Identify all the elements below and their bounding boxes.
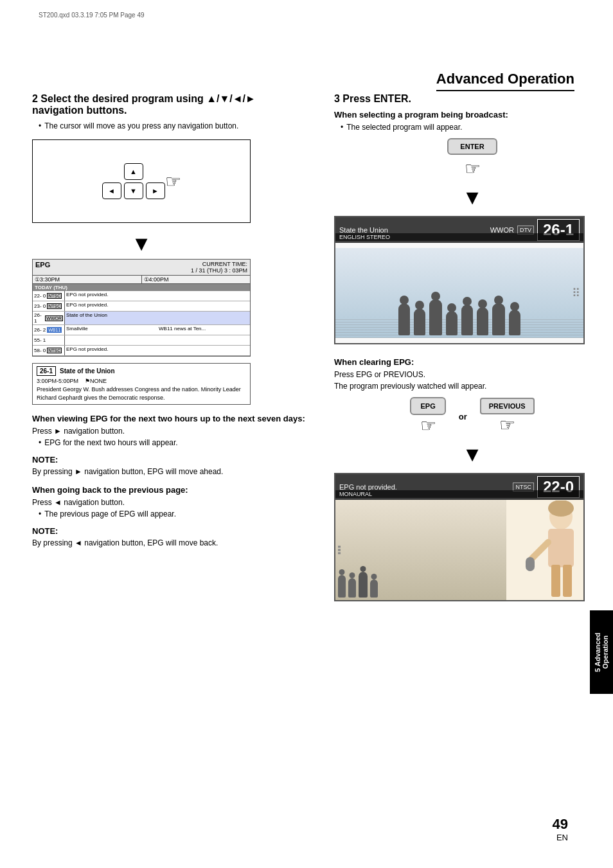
tv-screen-1: State the Union WWOR DTV 26-1 ENGLISH ST… — [334, 216, 585, 344]
epg-button[interactable]: EPG — [410, 397, 445, 415]
detail-time-value: 3:00PM-5:00PM — [37, 378, 78, 384]
epg-btn-group: EPG ☞ — [410, 397, 445, 436]
audience-area: ⠿ — [335, 248, 583, 338]
epg-table: EPG CURRENT TIME: 1 / 31 (THU) 3 : 03PM … — [32, 259, 251, 357]
sub-heading-back: When going back to the previous page: — [32, 485, 308, 495]
svg-rect-2 — [548, 529, 574, 567]
scroll-indicator: ⠿ — [572, 286, 580, 300]
person-3 — [429, 299, 442, 335]
bullet3: The previous page of EPG will appear. — [39, 509, 308, 518]
bullet2: EPG for the next two hours will appear. — [39, 438, 308, 447]
mini-person-1 — [338, 575, 346, 598]
note-heading1: NOTE: — [32, 455, 308, 465]
enter-button[interactable]: ENTER — [447, 138, 497, 155]
table-row: 22- 0NTSC EPG not provided. — [33, 291, 250, 301]
section-tab: 5 Advanced Operation — [590, 610, 613, 694]
mini-person-2 — [348, 578, 356, 598]
svg-rect-6 — [563, 565, 572, 597]
person-7 — [492, 303, 505, 335]
mini-person-3 — [359, 572, 368, 598]
nav-diagram: ▲ ◄ ▼ ► ☞ — [32, 139, 251, 223]
down-arrow-indicator: ▼ — [32, 232, 251, 256]
audience-small — [335, 569, 506, 600]
epg-detail-header: 26-1 State of the Union — [37, 366, 246, 376]
down-arrow-btn[interactable]: ▼ — [124, 182, 143, 199]
epg-prog-261[interactable]: State of the Union — [65, 312, 250, 324]
section3-heading: 3 Press ENTER. — [334, 93, 610, 105]
epg-today-row: TODAY (THU) — [33, 284, 250, 291]
when-clearing-heading: When clearing EPG: — [334, 357, 610, 367]
hand-icon-epg: ☞ — [420, 415, 436, 436]
prev-btn-group: PREVIOUS ☞ — [480, 398, 535, 436]
page-title: Advanced Operation — [436, 71, 574, 91]
mini-person-4 — [370, 580, 378, 598]
lady-area — [335, 500, 583, 600]
press-right-text: Press ► navigation button. — [32, 427, 308, 436]
tab-label: 5 Advanced Operation — [594, 617, 609, 687]
bullet3-text: The previous page of EPG will appear. — [44, 509, 176, 518]
epg-time-row: ①3:30PM ①4:00PM — [33, 276, 250, 284]
hand-icon-enter: ☞ — [465, 158, 481, 179]
left-column: 2 Select the desired program using ▲/▼/◄… — [32, 93, 308, 550]
svg-point-1 — [548, 500, 574, 517]
person-4 — [446, 311, 458, 335]
when-broadcast-heading: When selecting a program being broadcast… — [334, 110, 610, 120]
note-text1: By pressing ► navigation button, EPG wil… — [32, 467, 308, 476]
page-lang: EN — [556, 833, 568, 842]
middle-arrow-row: ◄ ▼ ► — [102, 182, 165, 199]
up-arrow-btn[interactable]: ▲ — [124, 163, 143, 180]
section3-heading-text: 3 Press ENTER. — [334, 93, 411, 104]
section2-bullet1: The cursor will move as you press any na… — [39, 121, 308, 130]
epg-ch-22: 22- 0NTSC — [33, 291, 65, 301]
epg-header: EPG CURRENT TIME: 1 / 31 (THU) 3 : 03PM — [33, 260, 250, 276]
person-6 — [477, 307, 488, 335]
epg-detail-time: 3:00PM-5:00PM ⚑NONE — [37, 378, 246, 384]
current-time: CURRENT TIME: 1 / 31 (THU) 3 : 03PM — [191, 261, 247, 274]
table-row: 26- 1WWOR State of the Union — [33, 312, 250, 325]
note-heading2: NOTE: — [32, 526, 308, 536]
svg-rect-5 — [551, 565, 560, 597]
epg-prev-area: EPG ☞ or PREVIOUS ☞ — [334, 397, 610, 436]
epg-ch-58: 58- 0NTSC — [33, 346, 65, 355]
table-row: 55- 1 — [33, 335, 250, 346]
table-row: 26- 2WB11 Smallville WB11 news at Ten... — [33, 325, 250, 335]
when-clearing-section: When clearing EPG: Press EPG or PREVIOUS… — [334, 357, 610, 391]
person-2 — [414, 308, 425, 335]
lady-figure — [506, 500, 583, 600]
table-row: 58- 0NTSC EPG not provided. — [33, 346, 250, 356]
epg-ch-23: 23- 0NTSC — [33, 301, 65, 311]
broadcast-text: The selected program will appear. — [346, 123, 462, 132]
person-5 — [461, 305, 473, 335]
person-1 — [398, 303, 410, 335]
arrow-cluster: ▲ ◄ ▼ ► — [102, 163, 165, 199]
current-time-label: CURRENT TIME: — [191, 261, 247, 267]
top-arrow-row: ▲ — [124, 163, 143, 180]
epg-detail-box: 26-1 State of the Union 3:00PM-5:00PM ⚑N… — [32, 363, 251, 405]
epg-prog-55 — [65, 335, 250, 345]
epg-prog-22: EPG not provided. — [65, 291, 250, 301]
section2-heading-text: 2 Select the desired program using ▲/▼/◄… — [32, 93, 256, 116]
table-row: 23- 0NTSC EPG not provided. — [33, 301, 250, 312]
current-time-value: 1 / 31 (THU) 3 : 03PM — [191, 267, 247, 274]
lady-bg — [335, 500, 506, 600]
bullet1-text: The cursor will move as you press any na… — [44, 121, 238, 130]
clearing-text1: Press EPG or PREVIOUS. — [334, 370, 610, 379]
time-cell-1: ①3:30PM — [33, 276, 142, 283]
epg-detail-desc: President Georgy W. Bush addresses Congr… — [37, 385, 246, 402]
volume-indicator — [338, 546, 341, 554]
note-text2: By pressing ◄ navigation button, EPG wil… — [32, 538, 308, 547]
alarm-icon: ⚑NONE — [85, 378, 107, 384]
tv-content-1: ⠿ — [335, 243, 583, 343]
right-arrow-btn[interactable]: ► — [146, 182, 165, 199]
previous-button[interactable]: PREVIOUS — [480, 398, 535, 414]
epg-prog-262b: WB11 news at Ten... — [157, 325, 250, 335]
when-broadcast-text: When selecting a program being broadcast… — [334, 110, 508, 120]
epg-detail-ch: 26-1 — [37, 366, 56, 376]
person-8 — [509, 310, 520, 335]
hand-icon-prev: ☞ — [499, 414, 515, 436]
left-arrow-btn[interactable]: ◄ — [102, 182, 121, 199]
svg-rect-4 — [526, 557, 535, 571]
svg-line-3 — [532, 542, 548, 558]
section2-heading: 2 Select the desired program using ▲/▼/◄… — [32, 93, 308, 116]
down-arrow-2: ▼ — [334, 186, 610, 209]
